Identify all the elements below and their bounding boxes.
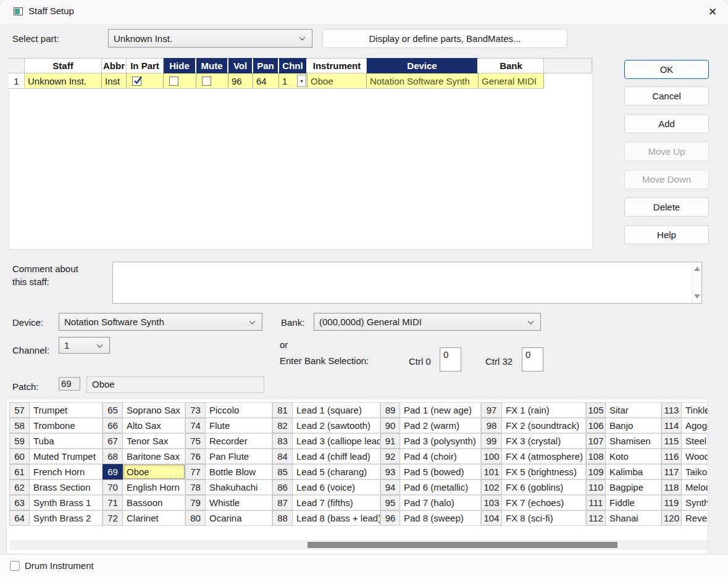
patch-name-cell[interactable]: Pan Flute — [206, 449, 272, 464]
patch-number-cell[interactable]: 75 — [185, 433, 206, 449]
patch-name-cell[interactable]: Clarinet — [123, 510, 185, 526]
patch-number-cell[interactable]: 58 — [9, 418, 30, 433]
patch-name-cell[interactable]: Lead 8 (bass + lead) — [293, 510, 380, 526]
patch-name-cell[interactable]: FX 7 (echoes) — [502, 495, 586, 510]
patch-number-cell[interactable]: 81 — [272, 402, 293, 418]
patch-name-cell[interactable]: Lead 3 (calliope lead) — [293, 433, 380, 449]
patch-name-cell[interactable]: Trumpet — [30, 402, 103, 418]
ctrl32-input[interactable]: 0 — [522, 347, 543, 372]
cell-vol[interactable]: 96 — [228, 73, 253, 89]
patch-number-cell[interactable]: 117 — [661, 464, 682, 479]
cell-bank[interactable]: General MIDI — [479, 73, 544, 89]
patch-number-field[interactable]: 69 — [59, 377, 80, 391]
unchecked-checkbox-icon[interactable] — [169, 77, 178, 86]
cell-in-part[interactable] — [127, 73, 164, 89]
channel-combobox[interactable]: 1 — [59, 337, 110, 354]
cell-pan[interactable]: 64 — [253, 73, 279, 89]
cancel-button[interactable]: Cancel — [624, 86, 709, 106]
patch-number-cell[interactable]: 60 — [9, 449, 30, 464]
patch-name-cell[interactable]: Synth Brass 1 — [30, 495, 103, 510]
patch-number-cell[interactable]: 74 — [185, 418, 206, 433]
patch-number-cell[interactable]: 71 — [103, 495, 123, 510]
patch-number-cell[interactable]: 57 — [9, 402, 30, 418]
patch-number-cell[interactable]: 113 — [661, 402, 682, 418]
patch-number-cell[interactable]: 82 — [272, 418, 293, 433]
patch-name-cell[interactable]: Steel Drums — [682, 433, 708, 449]
patch-name-cell[interactable]: Bassoon — [123, 495, 185, 510]
patch-number-cell[interactable]: 67 — [103, 433, 123, 449]
patch-number-cell[interactable]: 86 — [272, 479, 293, 495]
patch-name-cell[interactable]: Pad 4 (choir) — [400, 449, 481, 464]
unchecked-checkbox-icon[interactable] — [202, 77, 211, 86]
delete-button[interactable]: Delete — [624, 197, 709, 217]
patch-number-cell[interactable]: 66 — [103, 418, 123, 433]
patch-name-cell[interactable]: Pad 2 (warm) — [400, 418, 481, 433]
cell-instrument[interactable]: Oboe — [308, 73, 367, 89]
patch-name-cell[interactable]: Tenor Sax — [123, 433, 185, 449]
patch-name-cell[interactable]: Fiddle — [606, 495, 661, 510]
patch-number-cell[interactable]: 64 — [9, 510, 30, 526]
patch-name-cell[interactable]: Recorder — [206, 433, 272, 449]
patch-number-cell[interactable]: 92 — [380, 449, 400, 464]
patch-number-cell[interactable]: 119 — [661, 495, 682, 510]
patch-name-cell[interactable]: Pad 1 (new age) — [400, 402, 481, 418]
patch-number-cell[interactable]: 62 — [9, 479, 30, 495]
patch-number-cell[interactable]: 107 — [586, 433, 606, 449]
patch-number-cell[interactable]: 77 — [185, 464, 206, 479]
patch-name-cell[interactable]: Synth Drum — [682, 495, 708, 510]
patch-name-cell[interactable]: Pad 7 (halo) — [400, 495, 481, 510]
patch-name-cell[interactable]: Lead 4 (chiff lead) — [293, 449, 380, 464]
chnl-dropdown-button[interactable]: ▾ — [297, 75, 306, 87]
patch-name-cell[interactable]: Muted Trumpet — [30, 449, 103, 464]
patch-name-cell[interactable]: Pad 8 (sweep) — [400, 510, 481, 526]
patch-number-cell[interactable]: 72 — [103, 510, 123, 526]
patch-name-cell[interactable]: Pad 3 (polysynth) — [400, 433, 481, 449]
patch-name-cell[interactable]: Alto Sax — [123, 418, 185, 433]
patch-name-cell[interactable]: Reverse Cymbal — [682, 510, 708, 526]
patch-number-cell[interactable]: 85 — [272, 464, 293, 479]
patch-number-cell[interactable]: 106 — [586, 418, 606, 433]
close-icon[interactable]: ✕ — [703, 4, 722, 20]
patch-name-cell[interactable]: FX 3 (crystal) — [502, 433, 586, 449]
patch-number-cell[interactable]: 84 — [272, 449, 293, 464]
patch-number-cell[interactable]: 73 — [185, 402, 206, 418]
row-number[interactable]: 1 — [9, 73, 25, 89]
patch-name-cell[interactable]: Lead 2 (sawtooth) — [293, 418, 380, 433]
patch-number-cell[interactable]: 91 — [380, 433, 400, 449]
patch-number-cell[interactable]: 116 — [661, 449, 682, 464]
patch-number-cell[interactable]: 96 — [380, 510, 400, 526]
patch-number-cell[interactable]: 101 — [481, 464, 502, 479]
ctrl0-input[interactable]: 0 — [440, 347, 461, 372]
patch-number-cell[interactable]: 76 — [185, 449, 206, 464]
patch-name-cell[interactable]: Bagpipe — [606, 479, 661, 495]
cell-hide[interactable] — [164, 73, 196, 89]
patch-number-cell[interactable]: 109 — [586, 464, 606, 479]
device-combobox[interactable]: Notation Software Synth — [59, 313, 262, 331]
cell-staff[interactable]: Unknown Inst. — [25, 73, 102, 89]
patch-number-cell[interactable]: 90 — [380, 418, 400, 433]
patch-name-cell[interactable]: Shakuhachi — [206, 479, 272, 495]
comment-textarea[interactable] — [112, 262, 702, 304]
patch-number-cell[interactable]: 103 — [481, 495, 502, 510]
patch-number-cell[interactable]: 78 — [185, 479, 206, 495]
patch-number-cell[interactable]: 97 — [481, 402, 502, 418]
patch-name-field[interactable]: Oboe — [86, 376, 264, 393]
patch-name-cell[interactable]: Banjo — [606, 418, 661, 433]
patch-number-cell[interactable]: 93 — [380, 464, 400, 479]
cell-device[interactable]: Notation Software Synth — [367, 73, 479, 89]
patch-name-cell[interactable]: FX 6 (goblins) — [502, 479, 586, 495]
patch-number-cell[interactable]: 102 — [481, 479, 502, 495]
patch-name-cell[interactable]: FX 2 (soundtrack) — [502, 418, 586, 433]
patch-number-cell[interactable]: 80 — [185, 510, 206, 526]
patch-name-cell[interactable]: Soprano Sax — [123, 402, 185, 418]
patch-name-cell[interactable]: Shanai — [606, 510, 661, 526]
patch-name-cell[interactable]: Sitar — [606, 402, 661, 418]
patch-number-cell[interactable]: 88 — [272, 510, 293, 526]
patch-name-cell[interactable]: Trombone — [30, 418, 103, 433]
patch-number-cell[interactable]: 105 — [586, 402, 606, 418]
patch-number-cell[interactable]: 108 — [586, 449, 606, 464]
patch-name-cell[interactable]: Shamisen — [606, 433, 661, 449]
patch-name-cell[interactable]: Lead 7 (fifths) — [293, 495, 380, 510]
cell-mute[interactable] — [196, 73, 228, 89]
comment-scrollbar[interactable] — [692, 262, 701, 303]
